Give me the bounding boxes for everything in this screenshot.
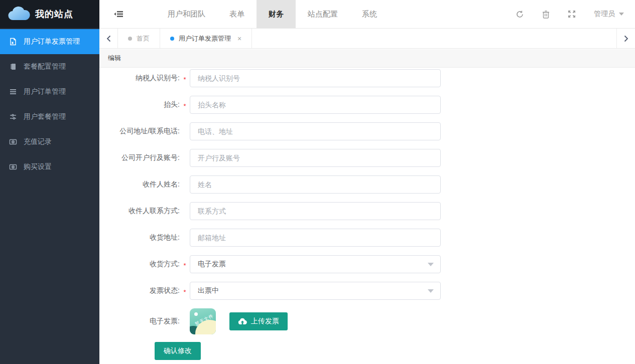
refresh-icon[interactable] xyxy=(516,10,524,19)
nav-site-config[interactable]: 站点配置 xyxy=(296,0,350,28)
tabs-scroll-left-icon[interactable] xyxy=(99,29,118,48)
field-label: 抬头: xyxy=(99,100,180,109)
site-name: 我的站点 xyxy=(35,8,73,20)
sidebar-item-label: 用户订单管理 xyxy=(24,87,66,96)
form-row-bank-account: 公司开户行及账号: xyxy=(99,149,635,167)
edit-form: 纳税人识别号: * 抬头: * 公司地址/联系电话: 公司开户行及账号: 收件人… xyxy=(99,68,635,364)
chevron-down-icon xyxy=(428,289,434,293)
form-row-taxpayer-id: 纳税人识别号: * xyxy=(99,69,635,87)
app-window: 我的站点 用户订单发票管理 套餐配置管理 xyxy=(0,0,635,364)
sidebar-item-label: 用户订单发票管理 xyxy=(24,37,80,46)
package-config-icon xyxy=(9,63,17,71)
form-row-company-address-phone: 公司地址/联系电话: xyxy=(99,122,635,140)
form-row-recipient-name: 收件人姓名: xyxy=(99,175,635,194)
select-value: 出票中 xyxy=(198,286,219,295)
sidebar-item-recharge-records[interactable]: 充值记录 xyxy=(0,129,99,154)
sidebar-item-label: 套餐配置管理 xyxy=(24,62,66,71)
sidebar-item-purchase-settings[interactable]: 购买设置 xyxy=(0,154,99,179)
invoice-title-input[interactable] xyxy=(190,96,441,114)
user-menu[interactable]: 管理员 xyxy=(594,10,624,19)
tab-label: 首页 xyxy=(137,34,150,43)
required-mark: * xyxy=(180,260,190,269)
tab-status-dot xyxy=(128,37,132,41)
required-mark: * xyxy=(180,74,190,83)
purchase-icon xyxy=(9,163,17,171)
top-nav: 用户和团队 表单 财务 站点配置 系统 xyxy=(156,0,389,28)
select-value: 电子发票 xyxy=(198,260,226,269)
invoice-file-thumbnail[interactable]: 暂无文件 xyxy=(190,308,216,334)
trash-icon[interactable] xyxy=(542,10,550,19)
nav-users-teams[interactable]: 用户和团队 xyxy=(156,0,217,28)
sliders-icon xyxy=(9,113,17,121)
tabs-scroll-right-icon[interactable] xyxy=(616,29,635,48)
form-row-delivery-method: 收货方式: * 电子发票 xyxy=(99,255,635,273)
required-mark-empty xyxy=(180,237,190,239)
fullscreen-icon[interactable] xyxy=(568,10,576,18)
recipient-contact-input[interactable] xyxy=(190,202,441,220)
header-actions: 管理员 xyxy=(516,0,635,28)
field-label: 公司开户行及账号: xyxy=(99,153,180,162)
recharge-icon xyxy=(9,138,17,146)
recipient-name-input[interactable] xyxy=(190,175,441,194)
company-address-phone-input[interactable] xyxy=(190,122,441,140)
sidebar-item-label: 充值记录 xyxy=(24,137,52,146)
sidebar: 我的站点 用户订单发票管理 套餐配置管理 xyxy=(0,0,99,364)
delivery-method-select[interactable]: 电子发票 xyxy=(190,255,441,273)
tab-invoice-management[interactable]: 用户订单发票管理 × xyxy=(160,29,252,48)
bank-account-input[interactable] xyxy=(190,149,441,167)
brand-logo: 我的站点 xyxy=(0,0,99,28)
tab-home[interactable]: 首页 xyxy=(118,29,160,48)
collapse-menu-icon[interactable] xyxy=(99,0,138,28)
field-label: 纳税人识别号: xyxy=(99,74,180,83)
required-mark-empty xyxy=(180,210,190,212)
field-label: 收货方式: xyxy=(99,260,180,269)
required-mark-empty xyxy=(180,320,190,322)
form-row-e-invoice-upload: 电子发票: 暂无文件 上传发票 xyxy=(99,308,635,334)
required-mark-empty xyxy=(180,130,190,132)
field-label: 收货地址: xyxy=(99,233,180,242)
chevron-down-icon xyxy=(428,263,434,266)
sidebar-item-user-package[interactable]: 用户套餐管理 xyxy=(0,104,99,129)
required-mark-empty xyxy=(180,157,190,159)
required-mark: * xyxy=(180,286,190,296)
sidebar-menu: 用户订单发票管理 套餐配置管理 用户订单管理 xyxy=(0,28,99,179)
top-header: 用户和团队 表单 财务 站点配置 系统 xyxy=(99,0,635,29)
sidebar-item-order-management[interactable]: 用户订单管理 xyxy=(0,79,99,104)
sidebar-item-label: 用户套餐管理 xyxy=(24,112,66,121)
tab-bar: 首页 用户订单发票管理 × xyxy=(99,29,635,49)
taxpayer-id-input[interactable] xyxy=(190,69,441,87)
sidebar-item-label: 购买设置 xyxy=(24,162,52,171)
form-row-invoice-status: 发票状态: * 出票中 xyxy=(99,282,635,300)
chevron-down-icon xyxy=(619,13,624,16)
required-mark: * xyxy=(180,100,190,110)
nav-system[interactable]: 系统 xyxy=(350,0,389,28)
nav-finance[interactable]: 财务 xyxy=(257,0,296,28)
form-row-delivery-address: 收货地址: xyxy=(99,229,635,247)
field-label: 收件人姓名: xyxy=(99,180,180,189)
panel-header: 编辑 xyxy=(99,49,635,68)
upload-button-label: 上传发票 xyxy=(251,317,279,326)
tab-close-icon[interactable]: × xyxy=(237,35,241,42)
user-menu-label: 管理员 xyxy=(594,10,615,19)
field-label: 收件人联系方式: xyxy=(99,207,180,216)
confirm-changes-button[interactable]: 确认修改 xyxy=(155,342,201,360)
cloud-icon xyxy=(7,6,30,22)
thumb-sun-dot xyxy=(194,312,198,316)
cloud-upload-icon xyxy=(238,318,247,325)
form-row-recipient-contact: 收件人联系方式: xyxy=(99,202,635,220)
panel-title: 编辑 xyxy=(108,54,121,63)
field-label: 公司地址/联系电话: xyxy=(99,127,180,136)
sidebar-item-invoice-management[interactable]: 用户订单发票管理 xyxy=(0,29,99,54)
sidebar-item-package-config[interactable]: 套餐配置管理 xyxy=(0,54,99,79)
upload-invoice-button[interactable]: 上传发票 xyxy=(229,312,288,330)
invoice-file-icon xyxy=(9,38,17,46)
form-row-invoice-title: 抬头: * xyxy=(99,96,635,114)
invoice-status-select[interactable]: 出票中 xyxy=(190,282,441,300)
required-mark-empty xyxy=(180,184,190,186)
tab-label: 用户订单发票管理 xyxy=(179,34,231,43)
field-label: 发票状态: xyxy=(99,286,180,295)
delivery-address-input[interactable] xyxy=(190,229,441,247)
order-list-icon xyxy=(9,88,17,96)
tab-status-dot xyxy=(170,37,174,41)
nav-forms[interactable]: 表单 xyxy=(217,0,257,28)
